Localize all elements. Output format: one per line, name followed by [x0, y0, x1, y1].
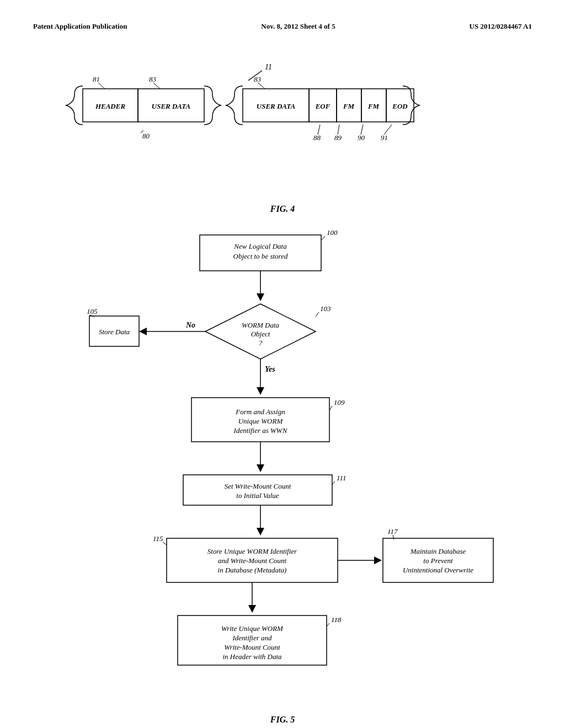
svg-text:115: 115 — [153, 534, 163, 543]
svg-text:Form and Assign: Form and Assign — [235, 408, 285, 416]
svg-text:100: 100 — [327, 228, 338, 237]
svg-text:in Database (Metadata): in Database (Metadata) — [218, 566, 287, 574]
svg-marker-41 — [257, 387, 264, 395]
svg-text:Yes: Yes — [265, 365, 275, 373]
header-middle: Nov. 8, 2012 Sheet 4 of 5 — [261, 22, 335, 31]
svg-text:Maintain Database: Maintain Database — [410, 547, 466, 555]
svg-text:EOF: EOF — [315, 102, 331, 110]
svg-text:EOD: EOD — [392, 102, 408, 110]
svg-text:117: 117 — [387, 527, 398, 536]
svg-text:Unique WORM: Unique WORM — [238, 417, 284, 425]
svg-text:91: 91 — [381, 133, 388, 142]
svg-marker-35 — [139, 328, 147, 335]
svg-text:90: 90 — [358, 133, 365, 142]
svg-text:HEADER: HEADER — [95, 102, 126, 110]
svg-marker-48 — [257, 464, 264, 472]
svg-text:No: No — [185, 321, 195, 329]
svg-text:83: 83 — [149, 75, 157, 83]
svg-text:?: ? — [259, 339, 263, 347]
header-right: US 2012/0284467 A1 — [470, 22, 532, 31]
svg-text:FM: FM — [343, 102, 355, 110]
header-left: Patent Application Publication — [33, 22, 127, 31]
svg-text:Store Data: Store Data — [99, 328, 130, 336]
fig4-label: FIG. 4 — [33, 204, 532, 214]
svg-text:Unintentional Overwrite: Unintentional Overwrite — [403, 566, 473, 574]
svg-text:Write Unique WORM: Write Unique WORM — [221, 624, 284, 633]
svg-text:88: 88 — [313, 133, 321, 142]
svg-text:WORM Data: WORM Data — [242, 321, 280, 329]
svg-marker-27 — [257, 293, 264, 301]
svg-text:Write-Mount Count: Write-Mount Count — [224, 643, 280, 651]
ref11-label: 11 — [265, 63, 272, 71]
svg-text:Identifier as WWN: Identifier as WWN — [233, 426, 288, 435]
svg-text:USER DATA: USER DATA — [257, 102, 296, 110]
svg-text:Object: Object — [251, 330, 270, 338]
svg-text:109: 109 — [334, 398, 345, 406]
svg-text:and Write-Mount Count: and Write-Mount Count — [218, 556, 287, 565]
fig4-diagram: 11 HEADER USER DATA 81 83 80 — [33, 58, 532, 202]
svg-marker-68 — [248, 605, 256, 613]
svg-text:Store Unique WORM Identifier: Store Unique WORM Identifier — [207, 547, 297, 555]
svg-text:Object to be stored: Object to be stored — [233, 252, 288, 260]
fig5-label: FIG. 5 — [270, 715, 295, 725]
svg-text:89: 89 — [334, 133, 342, 142]
svg-text:to Initial Value: to Initial Value — [236, 491, 279, 500]
svg-text:USER DATA: USER DATA — [152, 102, 191, 110]
svg-text:118: 118 — [331, 615, 342, 624]
svg-text:New Logical Data: New Logical Data — [233, 242, 287, 250]
svg-text:111: 111 — [337, 474, 347, 482]
fig5-diagram: New Logical Data Object to be stored 100… — [33, 224, 532, 725]
svg-text:Identifier and: Identifier and — [232, 634, 272, 642]
svg-text:81: 81 — [93, 75, 100, 83]
svg-text:80: 80 — [142, 132, 150, 140]
svg-text:Set Write-Mount Count: Set Write-Mount Count — [225, 482, 291, 490]
svg-text:FM: FM — [367, 102, 380, 110]
svg-marker-54 — [257, 528, 264, 536]
svg-text:105: 105 — [87, 307, 98, 315]
patent-header: Patent Application Publication Nov. 8, 2… — [33, 22, 532, 31]
svg-text:to Prevent: to Prevent — [423, 556, 453, 565]
svg-text:103: 103 — [320, 304, 331, 313]
svg-text:in Header with Data: in Header with Data — [222, 652, 282, 661]
svg-marker-61 — [374, 556, 382, 564]
svg-text:83: 83 — [254, 75, 262, 83]
